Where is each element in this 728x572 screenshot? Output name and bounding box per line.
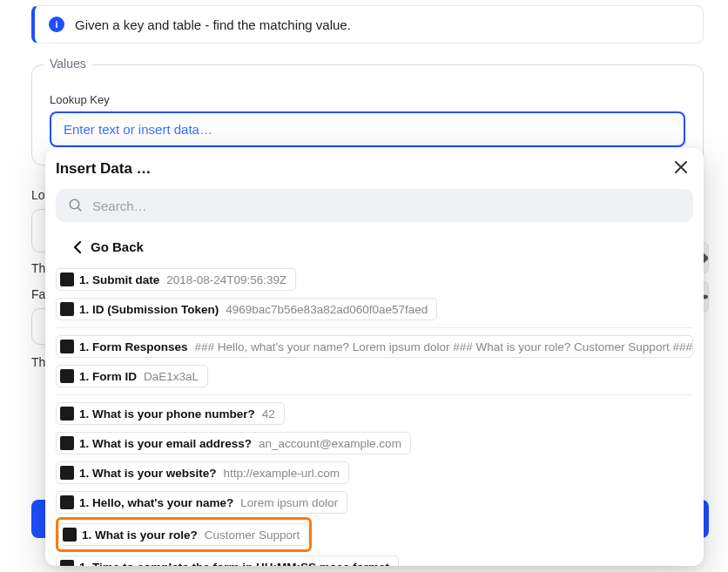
values-legend: Values bbox=[44, 57, 91, 71]
source-icon bbox=[60, 273, 74, 286]
source-icon bbox=[63, 528, 77, 542]
info-banner: i Given a key and table - find the match… bbox=[31, 5, 704, 44]
source-icon bbox=[60, 466, 74, 480]
data-item-value: ### Hello, what's your name? Lorem ipsum… bbox=[195, 340, 693, 353]
source-icon bbox=[60, 369, 74, 383]
info-icon: i bbox=[49, 17, 64, 32]
highlighted-item: 1. What is your role?Customer Support bbox=[56, 517, 312, 552]
data-item-value: an_account@example.com bbox=[259, 437, 401, 450]
data-item-value: 42 bbox=[262, 407, 275, 421]
data-item-label: 1. What is your role? bbox=[82, 528, 198, 542]
lookup-key-input[interactable] bbox=[50, 111, 685, 147]
data-item[interactable]: 1. What is your website?http://example-u… bbox=[56, 461, 349, 484]
search-input[interactable] bbox=[92, 199, 681, 213]
data-item[interactable]: 1. ID (Submission Token)4969bac7b56e83a8… bbox=[56, 298, 437, 320]
lookup-key-label: Lookup Key bbox=[50, 93, 685, 106]
source-icon bbox=[60, 436, 74, 450]
data-item-value: DaE1x3aL bbox=[144, 370, 199, 383]
data-item[interactable]: 1. Submit date2018-08-24T09:56:39Z bbox=[56, 268, 296, 291]
data-item-value: Lorem ipsum dolor bbox=[240, 496, 338, 509]
data-item-label: 1. Submit date bbox=[79, 273, 159, 286]
search-icon bbox=[68, 198, 84, 213]
separator bbox=[56, 327, 693, 328]
data-item[interactable]: 1. What is your email address?an_account… bbox=[56, 432, 411, 454]
data-item[interactable]: 1. What is your role?Customer Support bbox=[58, 523, 309, 546]
data-item-value: 2018-08-24T09:56:39Z bbox=[166, 273, 286, 286]
data-item-value: Customer Support bbox=[205, 528, 300, 542]
data-item-label: 1. Time to complete the form in HH:MM:SS… bbox=[79, 561, 389, 567]
data-item[interactable]: 1. Form IDDaE1x3aL bbox=[56, 365, 208, 387]
source-icon bbox=[60, 340, 74, 353]
data-item-label: 1. What is your website? bbox=[79, 467, 217, 480]
data-item-label: 1. What is your phone number? bbox=[79, 407, 255, 421]
chevron-left-icon bbox=[73, 241, 82, 253]
data-item-label: 1. Hello, what's your name? bbox=[79, 496, 233, 509]
data-item-value: 4969bac7b56e83a82ad060f0ae57faed bbox=[226, 303, 428, 316]
go-back-button[interactable]: Go Back bbox=[45, 231, 704, 265]
insert-data-popover: Insert Data … Go Back 1. Submit date2018… bbox=[45, 148, 704, 566]
data-item-label: 1. Form Responses bbox=[79, 340, 188, 353]
search-box[interactable] bbox=[56, 189, 693, 222]
data-list: 1. Submit date2018-08-24T09:56:39Z1. ID … bbox=[45, 265, 704, 566]
source-icon bbox=[60, 560, 74, 566]
source-icon bbox=[60, 495, 74, 509]
close-icon[interactable] bbox=[674, 158, 688, 178]
go-back-label: Go Back bbox=[91, 239, 144, 254]
data-item-value: http://example-url.com bbox=[224, 467, 340, 480]
data-item-label: 1. Form ID bbox=[79, 370, 137, 383]
data-item-label: 1. ID (Submission Token) bbox=[79, 303, 219, 316]
data-item[interactable]: 1. Time to complete the form in HH:MM:SS… bbox=[56, 555, 399, 566]
data-item-label: 1. What is your email address? bbox=[79, 437, 252, 450]
data-item[interactable]: 1. What is your phone number?42 bbox=[56, 402, 285, 425]
data-item[interactable]: 1. Hello, what's your name?Lorem ipsum d… bbox=[56, 491, 347, 514]
separator bbox=[56, 394, 693, 395]
source-icon bbox=[60, 407, 74, 421]
info-text: Given a key and table - find the matchin… bbox=[75, 17, 351, 32]
data-item[interactable]: 1. Form Responses### Hello, what's your … bbox=[56, 335, 693, 358]
source-icon bbox=[60, 302, 74, 316]
popover-title: Insert Data … bbox=[56, 160, 152, 178]
